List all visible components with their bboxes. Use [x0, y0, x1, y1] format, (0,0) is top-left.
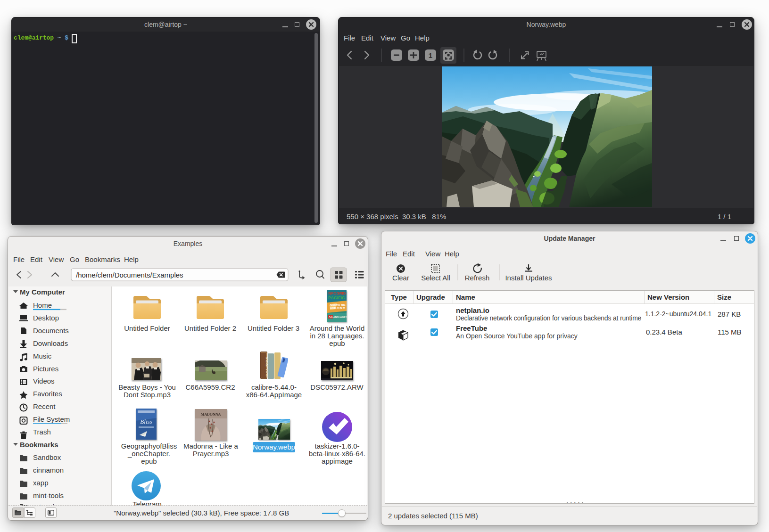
svg-text:Refresh: Refresh: [465, 274, 490, 282]
svg-text:INFOGRID: INFOGRID: [327, 291, 346, 295]
svg-text:Clear: Clear: [392, 274, 409, 282]
svg-text:AROUND THE: AROUND THE: [330, 303, 346, 306]
svg-text:WORLD IN 28: WORLD IN 28: [330, 307, 345, 310]
svg-text:Select All: Select All: [421, 274, 450, 282]
svg-text:MADONNA: MADONNA: [201, 412, 221, 417]
svg-text:Install Updates: Install Updates: [505, 274, 552, 282]
svg-text:PACIFIC: PACIFIC: [328, 295, 345, 300]
svg-text:Bliss: Bliss: [140, 418, 152, 425]
svg-text:1: 1: [429, 51, 432, 59]
svg-text:LANGUAGES: LANGUAGES: [332, 316, 347, 319]
